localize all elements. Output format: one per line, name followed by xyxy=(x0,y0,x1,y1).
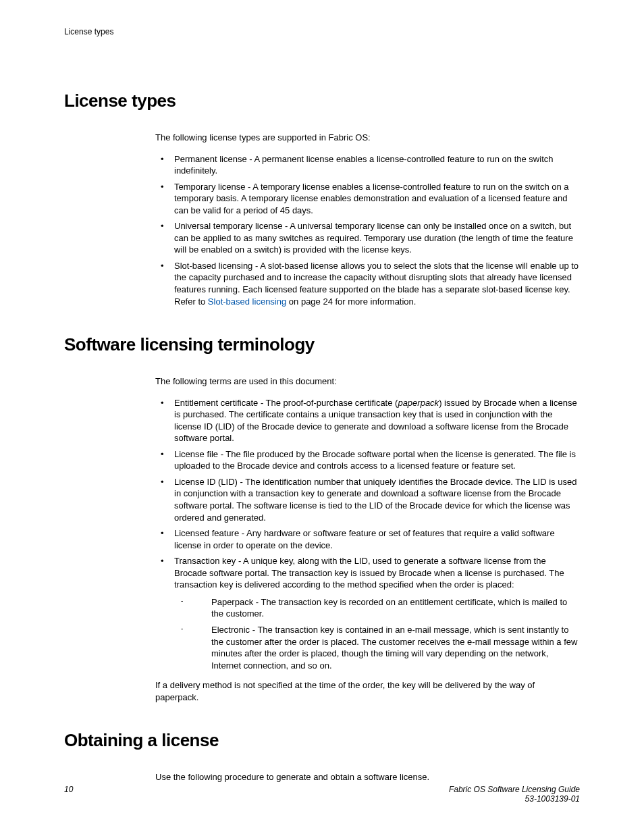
section-obtaining: Obtaining a license Use the following pr… xyxy=(64,730,580,783)
paragraph-delivery-default: If a delivery method is not specified at… xyxy=(155,679,580,703)
heading-license-types: License types xyxy=(64,90,580,111)
intro-terminology: The following terms are used in this doc… xyxy=(155,375,580,388)
list-item: Transaction key - A unique key, along wi… xyxy=(174,555,580,671)
footer-doc-title: Fabric OS Software Licensing Guide xyxy=(449,785,580,794)
body-obtaining: Use the following procedure to generate … xyxy=(64,771,580,783)
intro-obtaining: Use the following procedure to generate … xyxy=(155,771,580,783)
page-number: 10 xyxy=(64,785,73,804)
list-license-types: Permanent license - A permanent license … xyxy=(155,153,580,308)
section-license-types: License types The following license type… xyxy=(64,90,580,307)
list-item: Electronic - The transaction key is cont… xyxy=(211,624,580,671)
footer-doc-info: Fabric OS Software Licensing Guide 53-10… xyxy=(449,785,580,804)
list-item: Permanent license - A permanent license … xyxy=(174,153,580,177)
text: on page 24 for more information. xyxy=(286,296,416,307)
list-item: Slot-based licensing - A slot-based lice… xyxy=(174,260,580,307)
section-terminology: Software licensing terminology The follo… xyxy=(64,334,580,703)
footer-doc-number: 53-1003139-01 xyxy=(449,794,580,804)
list-item: Paperpack - The transaction key is recor… xyxy=(211,596,580,620)
list-item: Licensed feature - Any hardware or softw… xyxy=(174,527,580,551)
body-terminology: The following terms are used in this doc… xyxy=(64,375,580,703)
sublist-delivery-methods: Paperpack - The transaction key is recor… xyxy=(174,596,580,671)
list-terminology: Entitlement certificate - The proof-of-p… xyxy=(155,397,580,671)
list-item: Universal temporary license - A universa… xyxy=(174,220,580,256)
heading-obtaining: Obtaining a license xyxy=(64,730,580,751)
text: Transaction key - A unique key, along wi… xyxy=(174,556,564,590)
body-license-types: The following license types are supporte… xyxy=(64,132,580,307)
list-item: License ID (LID) - The identification nu… xyxy=(174,476,580,523)
list-item: License file - The file produced by the … xyxy=(174,448,580,472)
page-header-label: License types xyxy=(64,27,580,36)
list-item: Temporary license - A temporary license … xyxy=(174,181,580,217)
intro-license-types: The following license types are supporte… xyxy=(155,132,580,144)
link-slot-based-licensing[interactable]: Slot-based licensing xyxy=(208,296,286,307)
list-item: Entitlement certificate - The proof-of-p… xyxy=(174,397,580,444)
italic-paperpack: paperpack xyxy=(398,398,439,408)
page-footer: 10 Fabric OS Software Licensing Guide 53… xyxy=(64,785,580,804)
text: Entitlement certificate - The proof-of-p… xyxy=(174,398,398,408)
heading-terminology: Software licensing terminology xyxy=(64,334,580,355)
